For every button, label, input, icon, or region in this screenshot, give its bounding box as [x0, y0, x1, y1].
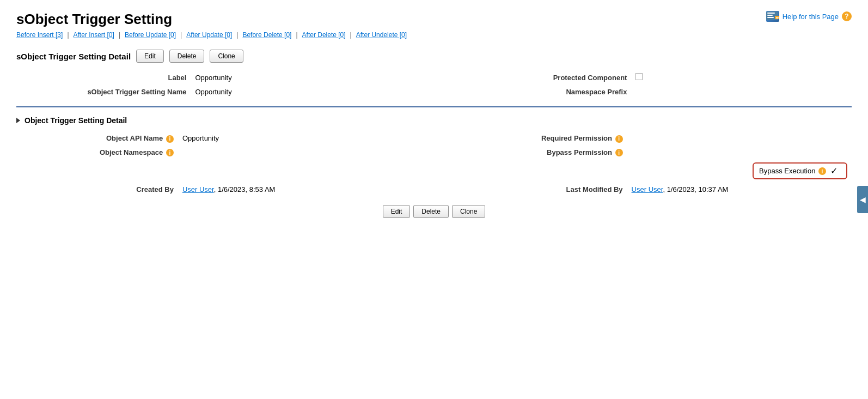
object-namespace-value	[178, 146, 448, 160]
help-link-text: Help for this Page	[783, 13, 839, 21]
object-namespace-info-icon[interactable]: i	[166, 149, 174, 156]
protected-component-key: Protected Component	[455, 70, 632, 84]
collapse-icon[interactable]	[16, 118, 20, 123]
nav-after-delete[interactable]: After Delete [0]	[302, 31, 346, 39]
sidebar-toggle-arrow-icon: ◀	[860, 195, 866, 204]
bypass-permission-value	[627, 146, 852, 160]
bypass-execution-cell: Bypass Execution i ✓	[448, 159, 852, 183]
svg-rect-2	[767, 15, 773, 16]
bypass-execution-info-icon[interactable]: i	[818, 167, 826, 175]
delete-button-bottom[interactable]: Delete	[413, 205, 449, 218]
edit-button-top[interactable]: Edit	[136, 50, 164, 63]
protected-component-checkbox	[635, 73, 643, 80]
help-page-icon: ✏	[766, 11, 779, 22]
nav-after-insert[interactable]: After Insert [0]	[74, 31, 114, 39]
required-permission-value	[627, 131, 852, 146]
edit-button-bottom[interactable]: Edit	[383, 205, 411, 218]
object-api-name-info-icon[interactable]: i	[166, 135, 174, 143]
created-by-value: User User, 1/6/2023, 8:53 AM	[178, 183, 448, 196]
clone-button-bottom[interactable]: Clone	[452, 205, 485, 218]
namespace-prefix-value	[631, 84, 852, 99]
clone-button-top[interactable]: Clone	[210, 50, 243, 63]
section-divider	[16, 106, 852, 107]
bypass-execution-empty-left-value	[178, 159, 448, 183]
required-permission-info-icon[interactable]: i	[615, 135, 623, 143]
created-by-link[interactable]: User User	[182, 185, 214, 194]
bypass-execution-checkmark: ✓	[830, 166, 838, 176]
delete-button-top[interactable]: Delete	[169, 50, 205, 63]
subsection-title: Object Trigger Setting Detail	[25, 116, 127, 125]
bypass-permission-key: Bypass Permission i	[448, 146, 627, 160]
last-modified-by-key: Last Modified By	[448, 183, 627, 196]
namespace-prefix-key: Namespace Prefix	[455, 84, 632, 99]
nav-after-undelete[interactable]: After Undelete [0]	[356, 31, 407, 39]
page-title: sObject Trigger Setting	[16, 11, 172, 28]
detail-section-header: sObject Trigger Setting Detail Edit Dele…	[16, 50, 852, 63]
nav-before-insert[interactable]: Before Insert [3]	[16, 31, 63, 39]
last-modified-date: 1/6/2023, 10:37 AM	[667, 185, 729, 194]
bypass-execution-empty-left	[16, 159, 178, 183]
label-value: Opportunity	[191, 70, 455, 84]
sidebar-toggle[interactable]: ◀	[857, 186, 868, 213]
required-permission-key: Required Permission i	[448, 131, 627, 146]
help-link[interactable]: ✏ Help for this Page ?	[766, 11, 852, 22]
detail-section-title: sObject Trigger Setting Detail	[16, 52, 131, 61]
bypass-execution-label: Bypass Execution i	[759, 167, 826, 176]
nav-before-delete[interactable]: Before Delete [0]	[242, 31, 291, 39]
nav-after-update[interactable]: After Update [0]	[186, 31, 232, 39]
bottom-buttons: Edit Delete Clone	[16, 205, 852, 218]
sobject-trigger-name-key: sObject Trigger Setting Name	[16, 84, 191, 99]
label-key: Label	[16, 70, 191, 84]
nav-before-update[interactable]: Before Update [0]	[125, 31, 176, 39]
created-by-key: Created By	[16, 183, 178, 196]
sobject-trigger-name-value: Opportunity	[191, 84, 455, 99]
bypass-permission-info-icon[interactable]: i	[615, 149, 623, 156]
detail-table: Label Opportunity Protected Component sO…	[16, 70, 852, 99]
bypass-execution-row: Bypass Execution i ✓	[753, 162, 847, 179]
nav-links: Before Insert [3] | After Insert [0] | B…	[16, 31, 852, 39]
subsection-header: Object Trigger Setting Detail	[16, 116, 852, 125]
last-modified-by-value: User User, 1/6/2023, 10:37 AM	[627, 183, 852, 196]
svg-rect-3	[767, 17, 774, 18]
object-namespace-key: Object Namespace i	[16, 146, 178, 160]
object-api-name-key: Object API Name i	[16, 131, 178, 146]
object-api-name-value: Opportunity	[178, 131, 448, 146]
svg-rect-1	[767, 13, 775, 14]
last-modified-by-link[interactable]: User User	[632, 185, 663, 194]
help-question-icon: ?	[842, 11, 852, 21]
protected-component-value	[631, 70, 852, 84]
created-date: 1/6/2023, 8:53 AM	[218, 185, 276, 194]
object-trigger-table: Object API Name i Opportunity Required P…	[16, 131, 852, 196]
